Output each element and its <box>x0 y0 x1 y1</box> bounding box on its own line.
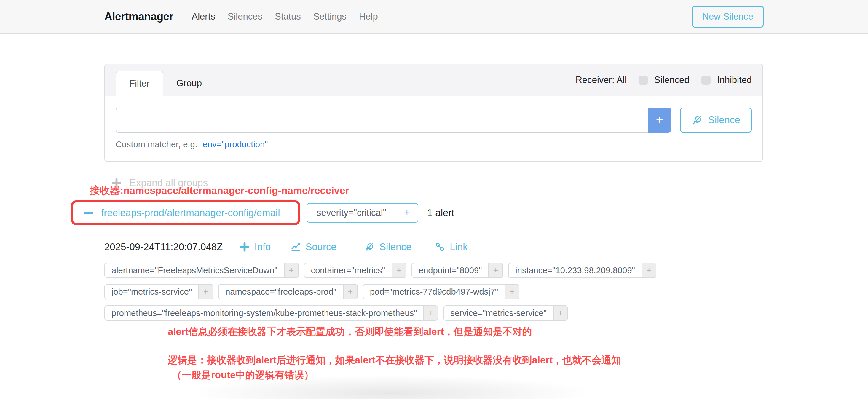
silence-filter-button[interactable]: Silence <box>680 108 752 132</box>
alert-source-label: Source <box>305 241 337 252</box>
alert-count: 1 alert <box>427 207 455 218</box>
helper-prefix: Custom matcher, e.g. <box>116 140 197 149</box>
nav-item-settings[interactable]: Settings <box>313 11 346 22</box>
alert-info-label: Info <box>254 241 271 252</box>
label-add-button[interactable]: + <box>488 263 502 277</box>
alert-info-button[interactable]: Info <box>239 241 271 252</box>
label-text[interactable]: container="metrics" <box>305 263 392 277</box>
receiver-group-name: freeleaps-prod/alertmanager-config/email <box>101 207 280 218</box>
label-instance: instance="10.233.98.209:8009" + <box>508 263 656 278</box>
label-text[interactable]: endpoint="8009" <box>412 263 488 277</box>
add-matcher-button[interactable]: + <box>648 108 671 132</box>
label-add-button[interactable]: + <box>392 263 406 277</box>
plus-icon <box>239 242 250 252</box>
navbar-inner: Alertmanager Alerts Silences Status Sett… <box>104 0 764 33</box>
receiver-dropdown[interactable]: Receiver: All <box>576 75 627 85</box>
label-add-button[interactable]: + <box>642 263 656 277</box>
label-service: service="metrics-service" + <box>443 305 568 321</box>
receiver-group-link[interactable]: freeleaps-prod/alertmanager-config/email <box>84 207 280 218</box>
silenced-checkbox[interactable] <box>639 75 648 85</box>
chart-icon <box>290 242 301 252</box>
bell-slash-icon <box>364 242 375 252</box>
annotation-block-2: 逻辑是：接收器收到alert后进行通知，如果alert不在接收器下，说明接收器没… <box>168 353 621 382</box>
tab-filter[interactable]: Filter <box>116 71 163 96</box>
silenced-label: Silenced <box>654 75 689 85</box>
matcher-input-group: + <box>116 108 671 132</box>
alert-link-label: Link <box>450 241 468 252</box>
filter-card-body: + Silence Custom matcher, e.g. env="prod… <box>105 96 763 161</box>
inhibited-toggle[interactable]: Inhibited <box>702 75 752 85</box>
silenced-toggle[interactable]: Silenced <box>639 75 689 85</box>
matcher-input[interactable] <box>116 108 648 132</box>
inhibited-checkbox[interactable] <box>702 75 711 85</box>
receiver-group-row: freeleaps-prod/alertmanager-config/email… <box>71 201 454 225</box>
alert-labels: alertname="FreeleapsMetricsServiceDown" … <box>104 263 656 327</box>
annotation-line-2: 逻辑是：接收器收到alert后进行通知，如果alert不在接收器下，说明接收器没… <box>168 353 621 368</box>
bell-slash-icon <box>692 115 703 126</box>
helper-example-link[interactable]: env="production" <box>203 140 268 149</box>
label-job: job="metrics-service" + <box>104 284 213 299</box>
label-container: container="metrics" + <box>304 263 406 278</box>
severity-matcher-group: severity="critical" + <box>307 203 418 223</box>
filter-card: Filter Group Receiver: All Silenced Inhi… <box>104 64 763 162</box>
tab-group[interactable]: Group <box>163 71 215 96</box>
main-nav: Alerts Silences Status Settings Help <box>192 11 378 22</box>
label-alertname: alertname="FreeleapsMetricsServiceDown" … <box>104 263 299 278</box>
label-endpoint: endpoint="8009" + <box>411 263 503 278</box>
label-namespace: namespace="freeleaps-prod" + <box>218 284 358 299</box>
annotation-line-1: alert信息必须在接收器下才表示配置成功，否则即使能看到alert，但是通知是… <box>168 325 532 339</box>
label-add-button[interactable]: + <box>553 306 567 320</box>
label-add-button[interactable]: + <box>504 284 519 299</box>
label-text[interactable]: job="metrics-service" <box>105 284 198 299</box>
nav-item-status[interactable]: Status <box>275 11 301 22</box>
filter-header-right: Receiver: All Silenced Inhibited <box>576 75 752 85</box>
new-silence-button[interactable]: New Silence <box>692 6 764 28</box>
matcher-row: + Silence <box>116 108 752 132</box>
app-brand: Alertmanager <box>104 10 174 23</box>
alert-meta-row: 2025-09-24T11:20:07.048Z Info Source Sil… <box>104 241 468 252</box>
label-text[interactable]: prometheus="freeleaps-monitoring-system/… <box>105 306 423 320</box>
label-prometheus: prometheus="freeleaps-monitoring-system/… <box>104 305 438 321</box>
severity-matcher-button[interactable]: severity="critical" <box>307 204 396 222</box>
minus-icon <box>84 212 93 214</box>
label-text[interactable]: namespace="freeleaps-prod" <box>219 284 343 299</box>
nav-item-help[interactable]: Help <box>359 11 378 22</box>
severity-add-button[interactable]: + <box>396 204 418 222</box>
label-text[interactable]: service="metrics-service" <box>444 306 553 320</box>
filter-card-header: Filter Group Receiver: All Silenced Inhi… <box>105 64 763 96</box>
annotation-line-3: （一般是route中的逻辑有错误） <box>168 368 621 382</box>
label-add-button[interactable]: + <box>343 284 357 299</box>
matcher-helper: Custom matcher, e.g. env="production" <box>116 140 752 149</box>
inhibited-label: Inhibited <box>717 75 752 85</box>
label-pod: pod="metrics-77d9cdb497-wdsj7" + <box>363 284 519 299</box>
filter-tabs: Filter Group <box>116 71 215 96</box>
labels-row-3: prometheus="freeleaps-monitoring-system/… <box>104 305 656 321</box>
nav-item-alerts[interactable]: Alerts <box>192 11 215 22</box>
label-add-button[interactable]: + <box>284 263 298 277</box>
label-add-button[interactable]: + <box>198 284 213 299</box>
alert-silence-button[interactable]: Silence <box>364 241 411 252</box>
alert-source-link[interactable]: Source <box>290 241 337 252</box>
alert-silence-label: Silence <box>379 241 411 252</box>
alert-permalink[interactable]: Link <box>435 241 468 252</box>
red-highlight-box: freeleaps-prod/alertmanager-config/email <box>71 201 300 225</box>
labels-row-2: job="metrics-service" + namespace="freel… <box>104 284 656 299</box>
nav-item-silences[interactable]: Silences <box>228 11 262 22</box>
silence-filter-label: Silence <box>708 115 740 126</box>
top-navbar: Alertmanager Alerts Silences Status Sett… <box>0 0 868 34</box>
labels-row-1: alertname="FreeleapsMetricsServiceDown" … <box>104 263 656 278</box>
alert-timestamp: 2025-09-24T11:20:07.048Z <box>104 241 223 252</box>
label-text[interactable]: pod="metrics-77d9cdb497-wdsj7" <box>364 284 504 299</box>
link-icon <box>435 242 445 252</box>
receiver-annotation-text: 接收器:namespace/altermanager-config-name/r… <box>90 184 349 197</box>
label-text[interactable]: alertname="FreeleapsMetricsServiceDown" <box>105 263 284 277</box>
label-add-button[interactable]: + <box>423 306 438 320</box>
label-text[interactable]: instance="10.233.98.209:8009" <box>509 263 642 277</box>
